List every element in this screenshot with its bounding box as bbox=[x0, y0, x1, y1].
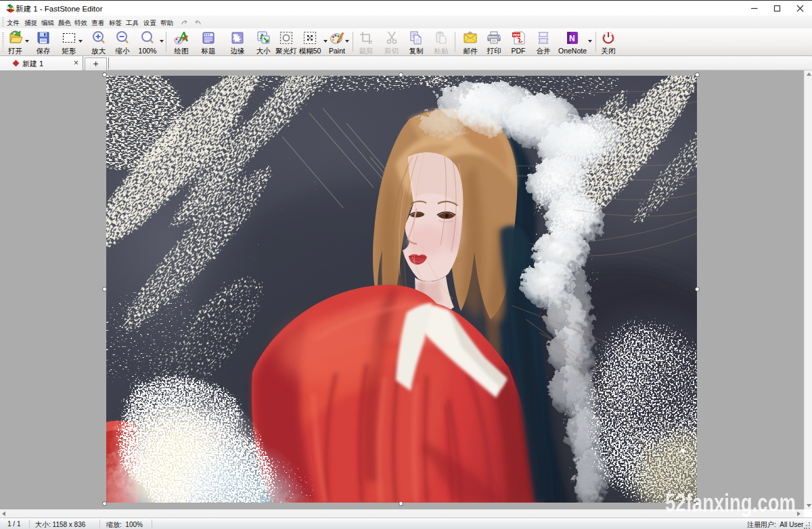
svg-text:52fanxing.com: 52fanxing.com bbox=[665, 490, 796, 517]
svg-text:PDF: PDF bbox=[513, 33, 521, 37]
svg-text:N: N bbox=[569, 34, 575, 43]
